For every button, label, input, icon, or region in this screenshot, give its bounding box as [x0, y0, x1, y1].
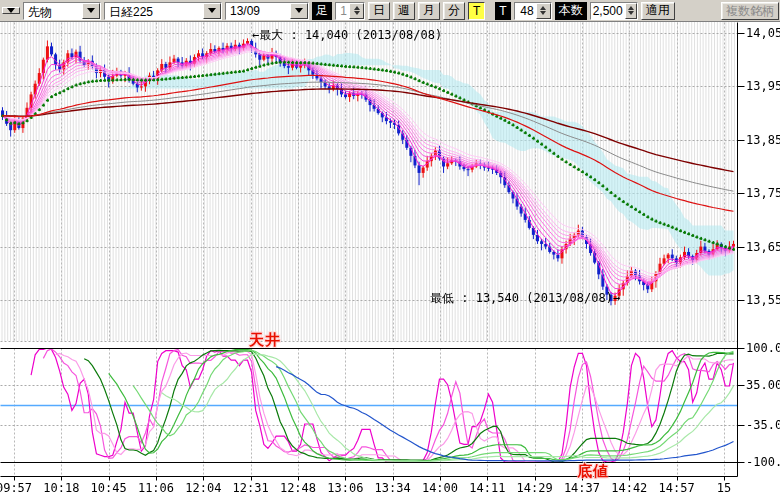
symbol-combobox[interactable]: 日経225	[104, 2, 222, 20]
category-combobox[interactable]: 先物	[23, 2, 101, 20]
chevron-down-icon[interactable]	[203, 3, 221, 19]
time-axis-label: 09:57	[0, 481, 36, 495]
period-minute-button[interactable]: 分	[443, 2, 465, 20]
oscillator-axis-label: 100.00	[746, 341, 780, 355]
period-week-button[interactable]: 週	[393, 2, 415, 20]
oscillator-axis-label: 35.00	[746, 378, 780, 392]
multi-symbol-button[interactable]: 複数銘柄	[721, 2, 779, 20]
toolbar: 先物 日経225 13/09 足 1 日 週 月 分 T T 48 本数 2,5…	[0, 0, 780, 22]
contract-combobox[interactable]: 13/09	[225, 2, 309, 20]
symbol-value: 日経225	[105, 3, 157, 19]
time-axis-label: 15	[702, 481, 746, 495]
period-day-button[interactable]: 日	[368, 2, 390, 20]
time-axis-label: 10:18	[39, 481, 83, 495]
time-axis-label: 14:37	[560, 481, 604, 495]
oscillator-axis-label: -35.00	[746, 418, 780, 432]
contract-value: 13/09	[226, 3, 264, 19]
min-price-annotation: 最低 : 13,540 (2013/08/08)→	[430, 290, 620, 307]
time-axis-label: 11:06	[134, 481, 178, 495]
tick-count-spinner[interactable]: 48	[514, 2, 552, 20]
time-axis-label: 14:42	[607, 481, 651, 495]
chevron-down-icon[interactable]	[290, 3, 308, 19]
tick-count-value: 48	[515, 3, 536, 19]
time-axis-label: 13:06	[323, 481, 367, 495]
time-axis-label: 12:48	[276, 481, 320, 495]
oscillator-axis-label: -100.00	[746, 455, 780, 469]
category-value: 先物	[24, 3, 56, 19]
time-axis-label: 14:29	[513, 481, 557, 495]
mini-dropdown-button[interactable]	[2, 7, 20, 14]
price-chart-canvas[interactable]	[0, 22, 780, 500]
minute-value: 1	[336, 3, 349, 19]
time-axis-label: 12:31	[229, 481, 273, 495]
time-axis-label: 14:11	[465, 481, 509, 495]
apply-button[interactable]: 適用	[641, 2, 675, 20]
spinner-updown-icon[interactable]	[625, 3, 637, 19]
price-axis-label: 14,050	[746, 26, 780, 40]
time-axis-label: 13:34	[371, 481, 415, 495]
period-tick-button[interactable]: T	[468, 2, 485, 20]
chevron-down-icon	[7, 8, 15, 13]
time-axis-label: 10:45	[87, 481, 131, 495]
spinner-updown-icon[interactable]	[536, 3, 551, 19]
price-axis-label: 13,550	[746, 293, 780, 307]
price-axis-label: 13,950	[746, 79, 780, 93]
chart-application-window: { "toolbar": { "mini_combo": {"icon": "c…	[0, 0, 780, 500]
time-axis-label: 12:04	[181, 481, 225, 495]
bars-count-value: 2,500	[591, 3, 625, 19]
ceiling-label: 天井	[249, 331, 281, 350]
time-axis-label: 14:00	[418, 481, 462, 495]
tick-label-button: T	[495, 2, 510, 20]
price-axis-label: 13,750	[746, 186, 780, 200]
chevron-down-icon[interactable]	[82, 3, 100, 19]
spinner-updown-icon[interactable]	[349, 3, 364, 19]
ashi-label-button: 足	[312, 2, 332, 20]
time-axis-label: 14:57	[655, 481, 699, 495]
bottom-label: 底値	[577, 462, 609, 481]
minute-spinner[interactable]: 1	[335, 2, 365, 20]
bars-count-spinner[interactable]: 2,500	[590, 2, 638, 20]
price-axis-label: 13,650	[746, 240, 780, 254]
bars-label-button: 本数	[555, 2, 587, 20]
max-price-annotation: ←最大 : 14,040 (2013/08/08)	[252, 27, 442, 44]
period-month-button[interactable]: 月	[418, 2, 440, 20]
price-axis-label: 13,850	[746, 133, 780, 147]
